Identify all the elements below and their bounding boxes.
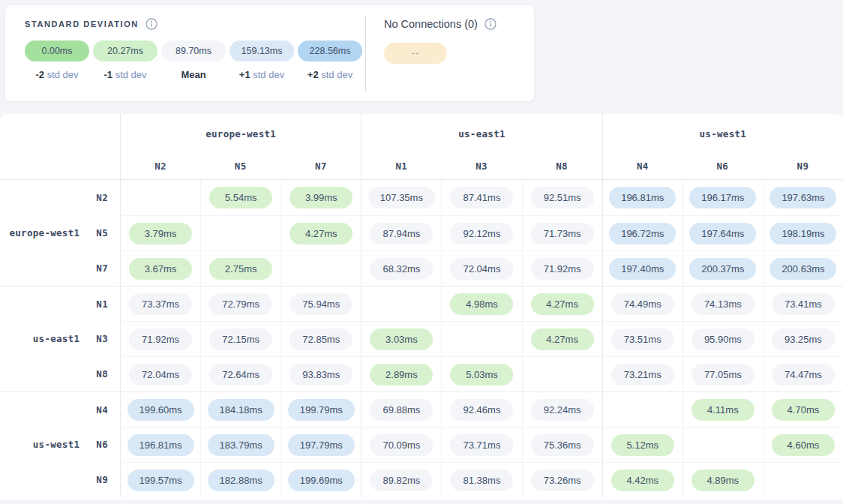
latency-pill[interactable]: 3.99ms: [290, 187, 352, 208]
latency-cell: 77.05ms: [682, 356, 763, 392]
column-node-header: N3: [441, 153, 521, 180]
latency-pill[interactable]: 2.89ms: [370, 364, 433, 386]
latency-pill[interactable]: 77.05ms: [692, 364, 754, 386]
latency-pill[interactable]: 107.35ms: [368, 187, 435, 208]
latency-pill[interactable]: 71.73ms: [531, 223, 594, 244]
latency-pill[interactable]: 4.70ms: [772, 399, 835, 421]
row-label-cell: N1: [0, 286, 120, 321]
latency-pill[interactable]: 199.57ms: [128, 470, 194, 491]
latency-pill[interactable]: 73.26ms: [531, 470, 594, 491]
latency-pill[interactable]: 73.41ms: [772, 293, 835, 315]
latency-pill[interactable]: 73.21ms: [611, 364, 674, 386]
latency-pill[interactable]: 74.13ms: [692, 293, 754, 315]
latency-pill[interactable]: 72.64ms: [209, 364, 272, 386]
latency-pill[interactable]: 72.04ms: [129, 364, 192, 386]
latency-pill[interactable]: 72.79ms: [209, 293, 272, 315]
latency-pill[interactable]: 87.41ms: [450, 187, 513, 208]
latency-cell: 73.26ms: [522, 462, 602, 497]
latency-pill[interactable]: 5.03ms: [450, 364, 513, 386]
latency-pill[interactable]: 71.92ms: [531, 258, 594, 280]
latency-pill[interactable]: 184.18ms: [208, 399, 274, 421]
latency-pill[interactable]: 74.47ms: [772, 364, 835, 386]
latency-pill[interactable]: 81.38ms: [450, 470, 513, 491]
latency-pill[interactable]: 200.37ms: [689, 258, 756, 280]
latency-pill[interactable]: 199.69ms: [288, 470, 355, 491]
latency-pill[interactable]: 197.79ms: [288, 434, 355, 456]
latency-pill[interactable]: 4.27ms: [531, 328, 594, 350]
legend-pill-label: Mean: [161, 69, 226, 80]
latency-pill[interactable]: 72.04ms: [450, 258, 513, 280]
latency-pill[interactable]: 183.79ms: [208, 434, 274, 456]
latency-pill[interactable]: 200.63ms: [770, 258, 836, 280]
row-label-cell: europe-west1N5: [0, 215, 120, 250]
latency-pill[interactable]: 199.79ms: [288, 399, 355, 421]
latency-pill[interactable]: 198.19ms: [770, 223, 836, 244]
latency-pill[interactable]: 87.94ms: [370, 223, 433, 244]
latency-pill[interactable]: 196.72ms: [609, 223, 676, 244]
row-node-label: N2: [96, 192, 108, 203]
latency-pill[interactable]: 196.81ms: [128, 434, 194, 456]
latency-cell: 200.63ms: [763, 250, 843, 286]
latency-cell: [682, 427, 763, 462]
latency-pill[interactable]: 2.75ms: [209, 258, 272, 280]
latency-pill[interactable]: 196.81ms: [609, 187, 676, 208]
latency-pill[interactable]: 197.64ms: [689, 223, 756, 244]
latency-pill[interactable]: 89.82ms: [370, 470, 433, 491]
latency-pill[interactable]: 95.90ms: [692, 328, 754, 350]
latency-cell: 3.99ms: [280, 180, 361, 215]
latency-cell: 75.94ms: [280, 286, 361, 321]
legend-card: STANDARD DEVIATION 0.00ms20.27ms89.70ms1…: [4, 4, 535, 102]
latency-pill[interactable]: 4.11ms: [692, 399, 754, 421]
latency-pill[interactable]: 92.51ms: [531, 187, 594, 208]
latency-pill[interactable]: 92.12ms: [450, 223, 513, 244]
latency-pill[interactable]: 182.88ms: [208, 470, 274, 491]
column-node-header: N5: [200, 153, 280, 180]
latency-pill[interactable]: 3.79ms: [129, 223, 192, 244]
latency-pill[interactable]: 199.60ms: [128, 399, 194, 421]
latency-cell: 93.83ms: [280, 356, 361, 392]
latency-pill[interactable]: 4.98ms: [450, 293, 513, 315]
latency-pill[interactable]: 92.24ms: [531, 399, 594, 421]
column-node-header: N9: [763, 153, 843, 180]
legend-pill: 0.00ms: [25, 40, 89, 62]
latency-pill[interactable]: 68.32ms: [370, 258, 433, 280]
latency-cell: 197.63ms: [763, 180, 843, 215]
latency-pill[interactable]: 4.27ms: [531, 293, 594, 315]
latency-pill[interactable]: 3.03ms: [370, 328, 433, 350]
latency-pill[interactable]: 74.49ms: [611, 293, 674, 315]
latency-pill[interactable]: 3.67ms: [129, 258, 192, 280]
row-node-label: N4: [96, 404, 108, 416]
latency-pill[interactable]: 4.42ms: [611, 470, 674, 491]
latency-pill[interactable]: 72.15ms: [209, 328, 272, 350]
latency-pill[interactable]: 73.51ms: [611, 328, 674, 350]
latency-pill[interactable]: 69.88ms: [370, 399, 433, 421]
latency-cell: 74.47ms: [763, 356, 843, 392]
latency-pill[interactable]: 4.89ms: [692, 470, 754, 491]
latency-cell: 74.49ms: [602, 286, 682, 321]
latency-pill[interactable]: 196.17ms: [689, 187, 756, 208]
latency-cell: 71.73ms: [522, 215, 602, 250]
latency-cell: [602, 392, 682, 427]
latency-cell: 4.89ms: [682, 462, 763, 497]
column-node-header: N7: [280, 153, 361, 180]
latency-pill[interactable]: 197.63ms: [770, 187, 836, 208]
latency-pill[interactable]: 75.94ms: [290, 293, 352, 315]
latency-pill[interactable]: 73.71ms: [450, 434, 513, 456]
latency-cell: 87.94ms: [361, 215, 441, 250]
latency-pill[interactable]: 5.12ms: [611, 434, 674, 456]
info-icon[interactable]: [146, 18, 158, 30]
latency-pill[interactable]: 93.83ms: [290, 364, 352, 386]
latency-pill[interactable]: 5.54ms: [209, 187, 272, 208]
latency-cell: 95.90ms: [682, 321, 763, 356]
latency-pill[interactable]: 70.09ms: [370, 434, 433, 456]
latency-pill[interactable]: 73.37ms: [129, 293, 192, 315]
latency-pill[interactable]: 4.60ms: [772, 434, 835, 456]
latency-pill[interactable]: 72.85ms: [290, 328, 352, 350]
latency-pill[interactable]: 93.25ms: [772, 328, 835, 350]
latency-pill[interactable]: 92.46ms: [450, 399, 513, 421]
latency-pill[interactable]: 4.27ms: [290, 223, 352, 244]
info-icon[interactable]: [484, 18, 496, 30]
latency-pill[interactable]: 197.40ms: [609, 258, 676, 280]
latency-pill[interactable]: 71.92ms: [129, 328, 192, 350]
latency-pill[interactable]: 75.36ms: [531, 434, 594, 456]
